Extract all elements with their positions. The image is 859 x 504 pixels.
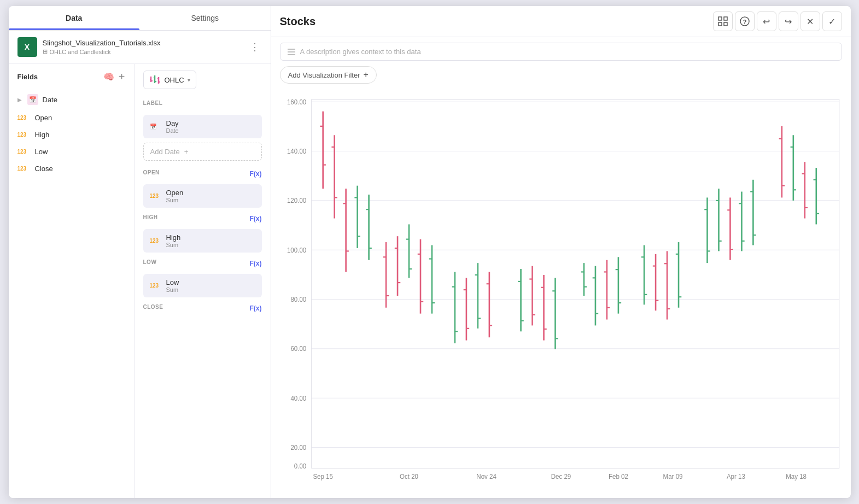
confirm-button[interactable]: ✓ xyxy=(822,11,842,31)
svg-text:40.00: 40.00 xyxy=(290,394,306,401)
field-item-low[interactable]: 123 Low xyxy=(9,143,134,160)
chip-agg-open: Sum xyxy=(166,197,255,203)
chip-name-open: Open xyxy=(166,189,255,197)
low-field-chip[interactable]: 123 Low Sum xyxy=(143,274,262,297)
tabs: Data Settings xyxy=(9,6,271,31)
chart-type-selector[interactable]: OHLC ▾ xyxy=(143,71,196,89)
add-field-icon[interactable]: + xyxy=(119,71,125,83)
chip-name-high: High xyxy=(166,233,255,242)
field-item-close[interactable]: 123 Close xyxy=(9,160,134,177)
label-section-header: LABEL xyxy=(143,98,262,110)
field-name-open: Open xyxy=(35,114,52,122)
panel-content: Fields 🧠 + ▶ 📅 Date 123 Open 123 H xyxy=(9,64,271,498)
brain-icon[interactable]: 🧠 xyxy=(103,72,114,82)
field-name-close: Close xyxy=(35,165,53,173)
add-date-button[interactable]: Add Date + xyxy=(143,143,262,161)
low-section-header: LOW F(x) xyxy=(143,257,262,269)
svg-text:140.00: 140.00 xyxy=(287,148,306,155)
svg-text:160.00: 160.00 xyxy=(287,98,306,105)
chart-area: 160.00 140.00 120.00 100.00 80.00 60.00 … xyxy=(271,88,851,498)
grid-button[interactable] xyxy=(713,11,733,31)
field-item-high[interactable]: 123 High xyxy=(9,126,134,143)
help-icon: ? xyxy=(740,16,750,26)
svg-text:?: ? xyxy=(743,19,746,25)
svg-text:Dec 29: Dec 29 xyxy=(551,473,571,480)
svg-text:0.00: 0.00 xyxy=(294,462,306,469)
redo-icon: ↪ xyxy=(785,16,792,27)
svg-text:80.00: 80.00 xyxy=(290,296,306,303)
tab-settings[interactable]: Settings xyxy=(139,6,271,30)
chip-badge-open: 123 xyxy=(150,193,162,199)
open-field-chip[interactable]: 123 Open Sum xyxy=(143,184,262,208)
chip-agg-low: Sum xyxy=(166,286,255,293)
high-section-header: HIGH F(x) xyxy=(143,212,262,225)
svg-rect-12 xyxy=(724,22,727,26)
calendar-icon: 📅 xyxy=(27,94,38,105)
fields-title: Fields xyxy=(17,73,99,81)
svg-text:Feb 02: Feb 02 xyxy=(608,473,628,480)
field-item-open[interactable]: 123 Open xyxy=(9,109,134,126)
chip-name-day: Day xyxy=(166,119,255,127)
right-panel: ? ↩ ↪ ✕ ✓ xyxy=(271,6,851,498)
add-filter-label: Add Visualization Filter xyxy=(288,71,360,79)
add-date-label: Add Date xyxy=(150,148,180,156)
field-item-date[interactable]: ▶ 📅 Date xyxy=(9,90,134,109)
file-icon: X xyxy=(17,37,37,57)
close-section-header: CLOSE F(x) xyxy=(143,302,262,314)
chip-info-day: Day Date xyxy=(166,119,255,134)
viz-header: ? ↩ ↪ ✕ ✓ xyxy=(271,6,851,37)
file-sheet: ⊞ OHLC and Candlestick xyxy=(43,48,242,55)
field-name-date: Date xyxy=(43,96,57,104)
chip-badge-low: 123 xyxy=(150,283,162,289)
expand-icon: ▶ xyxy=(17,97,22,103)
label-section-title: LABEL xyxy=(143,100,163,106)
open-fx-button[interactable]: F(x) xyxy=(250,170,262,178)
chip-agg-high: Sum xyxy=(166,242,255,248)
settings-column: OHLC ▾ LABEL 📅 Day Date Add Date + xyxy=(135,64,271,498)
svg-text:Mar 09: Mar 09 xyxy=(663,473,682,480)
chip-agg-day: Date xyxy=(166,127,255,134)
high-fx-button[interactable]: F(x) xyxy=(250,215,262,222)
description-bar[interactable]: A description gives context to this data xyxy=(280,43,842,61)
close-fx-button[interactable]: F(x) xyxy=(250,304,262,312)
left-panel: Data Settings X Slingshot_Visualization_… xyxy=(9,6,271,498)
svg-text:100.00: 100.00 xyxy=(287,246,306,253)
svg-text:60.00: 60.00 xyxy=(290,345,306,352)
low-fx-button[interactable]: F(x) xyxy=(250,260,262,267)
open-section-header: OPEN F(x) xyxy=(143,167,262,180)
close-section-title: CLOSE xyxy=(143,304,163,310)
grid-icon xyxy=(718,16,728,26)
add-filter-button[interactable]: Add Visualization Filter + xyxy=(280,66,377,84)
svg-text:120.00: 120.00 xyxy=(287,197,306,204)
add-date-icon: + xyxy=(184,148,189,156)
file-menu-button[interactable]: ⋮ xyxy=(248,39,262,55)
svg-rect-9 xyxy=(718,17,722,20)
undo-button[interactable]: ↩ xyxy=(757,11,776,31)
svg-text:Sep 15: Sep 15 xyxy=(313,473,333,480)
help-button[interactable]: ? xyxy=(735,11,755,31)
open-section-title: OPEN xyxy=(143,169,160,175)
ohlc-chart-icon xyxy=(149,74,161,85)
chip-info-low: Low Sum xyxy=(166,278,255,293)
label-field-chip[interactable]: 📅 Day Date xyxy=(143,115,262,138)
chip-name-low: Low xyxy=(166,278,255,286)
redo-button[interactable]: ↪ xyxy=(779,11,798,31)
badge-low: 123 xyxy=(17,149,31,155)
fields-column: Fields 🧠 + ▶ 📅 Date 123 Open 123 H xyxy=(9,64,135,498)
svg-text:20.00: 20.00 xyxy=(290,444,306,451)
svg-rect-11 xyxy=(718,22,722,26)
description-placeholder: A description gives context to this data xyxy=(300,48,421,56)
chip-badge-date: 📅 xyxy=(150,124,162,130)
viz-title-input[interactable] xyxy=(280,15,709,28)
low-section-title: LOW xyxy=(143,259,157,265)
svg-text:Oct 20: Oct 20 xyxy=(400,473,418,480)
fields-header: Fields 🧠 + xyxy=(9,64,134,90)
high-field-chip[interactable]: 123 High Sum xyxy=(143,229,262,253)
check-icon: ✓ xyxy=(828,16,835,27)
close-button[interactable]: ✕ xyxy=(800,11,820,31)
badge-close: 123 xyxy=(17,166,31,172)
field-name-high: High xyxy=(35,131,50,139)
table-icon: ⊞ xyxy=(43,48,48,55)
tab-data[interactable]: Data xyxy=(9,6,140,30)
add-filter-icon: + xyxy=(364,70,369,80)
